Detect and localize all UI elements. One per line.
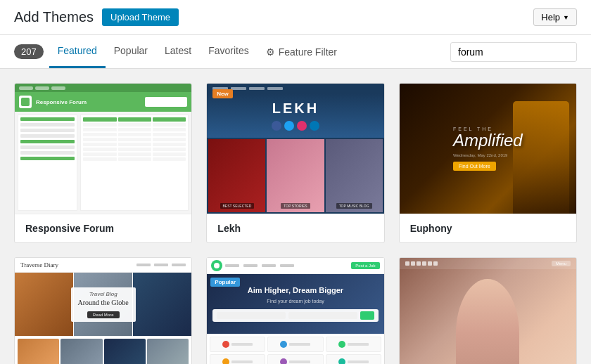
- theme-screenshot-responsive-forum: Responsive Forum: [15, 84, 191, 214]
- theme-screenshot-lekh: New LEKH: [207, 84, 383, 214]
- td-thumbnail-2: [61, 339, 102, 364]
- theme-info-lekh: Lekh: [207, 214, 383, 242]
- header: Add Themes Upload Theme Help: [0, 0, 591, 35]
- lekh-content-grid: BEST SELECTED TOP STORIES TOP MUSIC BLOG: [207, 138, 383, 214]
- theme-name-euphony: Euphony: [410, 223, 566, 234]
- js-cat-text: [289, 360, 310, 363]
- td-nav-item: [154, 264, 168, 266]
- lekh-post-label-1: BEST SELECTED: [208, 199, 265, 209]
- theme-card-responsive-forum[interactable]: Responsive Forum: [14, 83, 192, 243]
- feature-filter-label: Feature Filter: [279, 46, 337, 58]
- rf-sidebar: [18, 115, 77, 211]
- instagram-icon: [297, 121, 307, 131]
- js-hero-sub: Find your dream job today: [212, 299, 378, 304]
- theme-card-freeware[interactable]: Menu Freeware: [399, 257, 577, 364]
- js-cat-text: [231, 343, 253, 346]
- td-card-btn: Read More: [87, 311, 120, 318]
- lekh-hero-section: LEKH: [207, 93, 383, 138]
- js-location-field: [288, 312, 357, 319]
- js-cat-text: [231, 360, 253, 363]
- lekh-badge: New: [212, 89, 232, 98]
- td-header: Traverse Diary: [15, 258, 191, 273]
- lekh-nav-item: [231, 87, 246, 90]
- js-categories: [207, 334, 383, 364]
- fw-topbar: Menu: [400, 258, 576, 269]
- nav-bar: 207 Featured Popular Latest Favorites ⚙ …: [0, 35, 591, 69]
- js-nav-link: [243, 264, 258, 267]
- euphony-main-text: Amplified: [453, 131, 523, 150]
- search-input[interactable]: [450, 42, 577, 62]
- lekh-outer: LEKH BEST SELECTED: [207, 84, 383, 214]
- theme-card-euphony[interactable]: FEEL THE Amplified Wednesday, May 22nd, …: [399, 83, 577, 243]
- td-img-3: [133, 273, 191, 336]
- js-category-3: [326, 337, 381, 352]
- js-cat-text: [289, 343, 310, 346]
- lekh-nav-item: [267, 87, 283, 90]
- tab-favorites[interactable]: Favorites: [200, 35, 258, 68]
- euphony-sub-text: Wednesday, May 22nd, 2019: [453, 153, 523, 157]
- help-button[interactable]: Help: [533, 8, 577, 26]
- theme-screenshot-freeware: Menu: [400, 258, 576, 364]
- td-nav: [136, 264, 186, 266]
- td-hero: Travel Blog Around the Globe Read More: [15, 273, 191, 336]
- fw-dots: [405, 261, 438, 266]
- theme-card-jobscout[interactable]: Post a Job Popular Aim Higher, Dream Big…: [206, 257, 384, 364]
- lekh-post-1: BEST SELECTED: [208, 139, 265, 212]
- js-nav-links: [225, 264, 294, 267]
- js-topnav: Post a Job: [207, 258, 383, 274]
- tab-latest[interactable]: Latest: [156, 35, 200, 68]
- td-logo: Traverse Diary: [20, 261, 58, 268]
- js-hero-content: Aim Higher, Dream Bigger Find your dream…: [212, 286, 378, 322]
- upload-theme-button[interactable]: Upload Theme: [102, 8, 179, 26]
- rf-topbar: [15, 84, 191, 92]
- js-nav-link: [262, 264, 276, 267]
- lekh-navbar: [207, 84, 383, 93]
- js-cat-icon: [280, 358, 287, 364]
- theme-card-lekh[interactable]: New LEKH: [206, 83, 384, 243]
- header-left: Add Themes Upload Theme: [14, 8, 179, 26]
- js-nav-link: [280, 264, 294, 267]
- theme-card-traverse-diary[interactable]: Traverse Diary Travel Blog: [14, 257, 192, 364]
- js-cat-icon: [222, 358, 229, 364]
- td-card-text: Travel Blog: [78, 291, 129, 297]
- td-card-title: Around the Globe: [78, 299, 129, 306]
- tab-popular[interactable]: Popular: [106, 35, 156, 68]
- tab-featured[interactable]: Featured: [49, 35, 106, 68]
- js-cat-text: [348, 360, 369, 363]
- theme-info-euphony: Euphony: [400, 214, 576, 242]
- rf-th: [118, 117, 151, 122]
- rf-main-area: [80, 115, 189, 211]
- js-hero-title: Aim Higher, Dream Bigger: [212, 286, 378, 294]
- js-hero: Popular Aim Higher, Dream Bigger Find yo…: [207, 274, 383, 334]
- td-card: Travel Blog Around the Globe Read More: [71, 287, 136, 322]
- rf-sidebar-row: [20, 140, 75, 143]
- lekh-post-label-3: TOP MUSIC BLOG: [326, 199, 383, 209]
- theme-count-badge[interactable]: 207: [14, 44, 44, 59]
- js-cat-icon: [338, 358, 345, 364]
- rf-sidebar-row: [20, 151, 75, 155]
- js-category-1: [210, 337, 265, 352]
- js-category-6: [326, 354, 381, 364]
- search-wrapper: [450, 37, 577, 67]
- euphony-text-block: FEEL THE Amplified Wednesday, May 22nd, …: [446, 119, 530, 177]
- rf-search-bar: [145, 97, 187, 107]
- theme-screenshot-traverse: Traverse Diary Travel Blog: [15, 258, 191, 364]
- rf-header: Responsive Forum: [15, 92, 191, 112]
- rf-th: [153, 117, 186, 122]
- fw-person: [456, 279, 519, 364]
- js-logo: [211, 260, 222, 271]
- fw-dot: [405, 261, 409, 266]
- js-category-2: [267, 337, 323, 352]
- theme-info-responsive-forum: Responsive Forum: [15, 214, 191, 242]
- rf-logo-inner: [21, 98, 30, 106]
- td-thumbnail-1: [18, 339, 59, 364]
- gear-icon: ⚙: [266, 46, 275, 58]
- js-cat-text: [348, 343, 369, 346]
- feature-filter-button[interactable]: ⚙ Feature Filter: [258, 37, 345, 67]
- js-nav-link: [225, 264, 239, 267]
- js-search-bar: [212, 309, 378, 322]
- theme-name-responsive-forum: Responsive Forum: [25, 223, 181, 234]
- theme-screenshot-euphony: FEEL THE Amplified Wednesday, May 22nd, …: [400, 84, 576, 214]
- js-cat-icon: [338, 341, 345, 348]
- main-content: Responsive Forum: [0, 69, 591, 364]
